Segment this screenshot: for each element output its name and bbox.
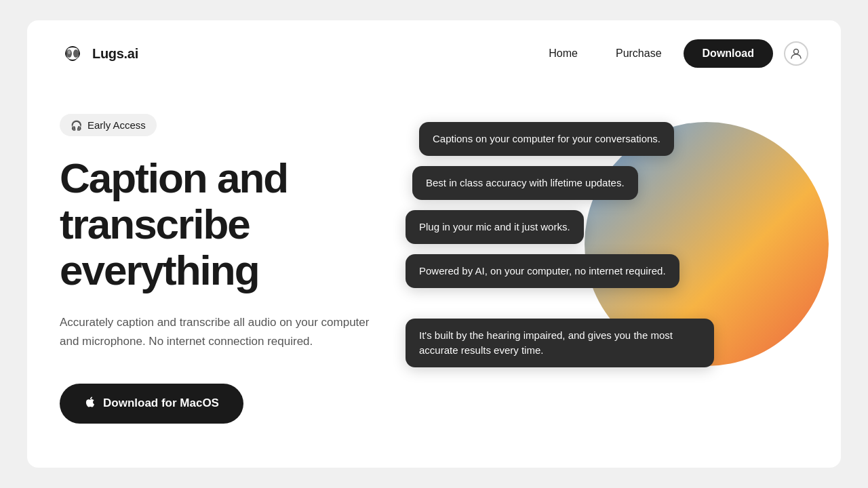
chat-bubble-2: Best in class accuracy with lifetime upd… [412, 166, 638, 200]
navbar: Lugs.ai Home Purchase Download [27, 20, 841, 87]
hero-right: Captions on your computer for your conve… [399, 108, 808, 366]
chat-bubbles-container: Captions on your computer for your conve… [399, 108, 808, 366]
hero-section: 🎧 Early Access Caption and transcribe ev… [27, 87, 841, 424]
early-access-badge[interactable]: 🎧 Early Access [60, 114, 157, 136]
badge-label: Early Access [87, 119, 146, 131]
download-macos-label: Download for MacOS [103, 396, 219, 410]
hero-subtitle: Accurately caption and transcribe all au… [60, 313, 385, 351]
badge-icon: 🎧 [71, 120, 82, 131]
svg-point-3 [794, 49, 799, 54]
download-macos-button[interactable]: Download for MacOS [60, 384, 243, 424]
logo-area[interactable]: Lugs.ai [60, 41, 138, 66]
nav-download-button[interactable]: Download [684, 39, 773, 68]
account-circle-icon [789, 47, 803, 60]
nav-purchase[interactable]: Purchase [599, 42, 678, 65]
page-wrapper: Lugs.ai Home Purchase Download 🎧 Early A… [27, 20, 841, 468]
svg-point-1 [73, 49, 79, 58]
svg-point-2 [68, 50, 71, 54]
chat-bubble-5: It's built by the hearing impaired, and … [406, 319, 714, 367]
logo-icon [60, 41, 85, 66]
chat-bubble-4: Powered by AI, on your computer, no inte… [406, 254, 679, 288]
apple-icon [84, 396, 96, 411]
hero-left: 🎧 Early Access Caption and transcribe ev… [60, 108, 412, 424]
logo-text: Lugs.ai [92, 46, 138, 62]
nav-links: Home Purchase Download [532, 39, 808, 68]
chat-bubble-3: Plug in your mic and it just works. [406, 210, 584, 244]
chat-bubble-1: Captions on your computer for your conve… [419, 122, 674, 156]
account-icon[interactable] [784, 41, 808, 66]
hero-title: Caption and transcribe everything [60, 155, 412, 294]
nav-home[interactable]: Home [532, 42, 594, 65]
